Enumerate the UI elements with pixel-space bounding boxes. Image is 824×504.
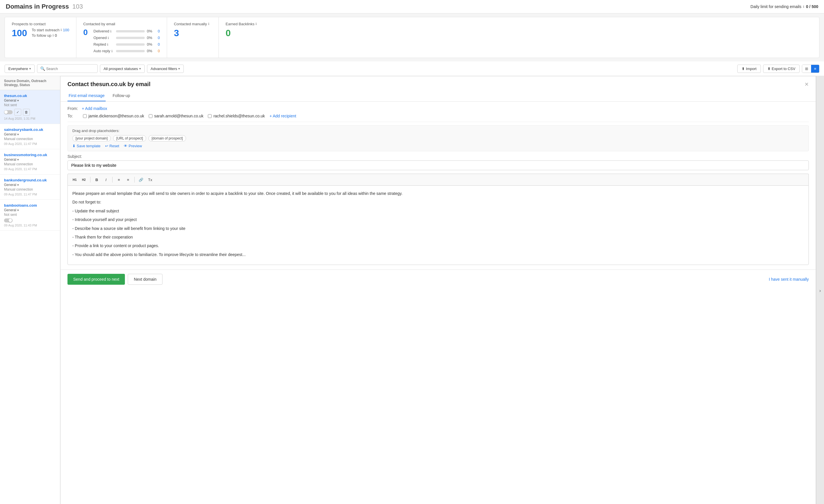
add-mailbox-link[interactable]: + Add mailbox (82, 106, 107, 111)
recipient-checkbox-2[interactable] (208, 114, 212, 118)
email-panel-header: Contact thesun.co.uk by email ✕ (61, 76, 816, 88)
autoreply-row: Auto reply ℹ 0% 0 (94, 49, 160, 53)
main-layout: Source Domain, Outreach Strategy, Status… (0, 76, 824, 504)
daily-limit: Daily limit for sending emails ℹ 0 / 500 (750, 4, 818, 9)
email-panel: Contact thesun.co.uk by email ✕ First em… (60, 76, 816, 504)
location-dropdown[interactable]: Everywhere ▾ (5, 65, 35, 73)
tab-first-email[interactable]: First email message (68, 91, 106, 101)
save-template-button[interactable]: ⬇ Save template (72, 144, 100, 148)
import-icon: ⬆ (742, 67, 745, 71)
tabs: First email message Follow-up (61, 91, 816, 102)
sidebar: Source Domain, Outreach Strategy, Status… (0, 76, 60, 504)
opened-row: Opened ℹ 0% 0 (94, 35, 160, 40)
sidebar-domain-2: businessmotoring.co.uk (4, 153, 56, 157)
chevron-down-icon: ▾ (178, 67, 180, 71)
scroll-arrow[interactable]: › (816, 76, 824, 504)
email-stat: Contacted by email 0 Delivered ℹ 0% 0 Op… (76, 17, 167, 58)
add-recipient-link[interactable]: + Add recipient (270, 114, 296, 118)
toggle-0[interactable] (4, 110, 13, 114)
recipient-checkbox-1[interactable] (149, 114, 152, 118)
filters-dropdown[interactable]: Advanced filters ▾ (147, 65, 184, 73)
subject-input[interactable] (68, 160, 809, 170)
next-domain-button[interactable]: Next domain (128, 274, 163, 285)
top-bar: Domains in Progress 103 Daily limit for … (0, 0, 824, 13)
page-title: Domains in Progress 103 (6, 3, 83, 10)
sidebar-domain-1: sainsburysbank.co.uk (4, 127, 56, 132)
sidebar-domain-3: bankunderground.co.uk (4, 178, 56, 182)
delete-btn-0[interactable]: 🗑 (23, 109, 30, 116)
subject-row: Subject: (68, 154, 809, 170)
status-dropdown[interactable]: All prospect statuses ▾ (100, 65, 145, 73)
replied-row: Replied ℹ 0% 0 (94, 42, 160, 46)
check-btn-0[interactable]: ✓ (14, 109, 21, 116)
h2-button[interactable]: H2 (80, 176, 88, 184)
toolbar: Everywhere ▾ 🔍 All prospect statuses ▾ A… (0, 61, 824, 76)
preview-button[interactable]: 👁 Preview (124, 144, 142, 148)
placeholder-chips: [your project domain] [URL of prospect] … (72, 135, 804, 141)
save-icon: ⬇ (72, 144, 76, 148)
sidebar-item-0[interactable]: thesun.co.uk General ▾ Not sent ✓ 🗑 14 A… (0, 90, 60, 124)
sidebar-item-4[interactable]: bambooloans.com General ▾ Not sent 09 Au… (0, 200, 60, 231)
footer-left: Send and proceed to next Next domain (68, 274, 163, 285)
h1-button[interactable]: H1 (71, 176, 79, 184)
export-button[interactable]: ⬆ Export to CSV (763, 65, 800, 73)
unordered-list-button[interactable]: ≡ (124, 176, 132, 184)
preview-icon: 👁 (124, 144, 127, 148)
sidebar-domain-4: bambooloans.com (4, 203, 56, 208)
placeholder-bar: Drag and drop placeholders: [your projec… (68, 125, 809, 151)
sidebar-item-1[interactable]: sainsburysbank.co.uk General ▾ Manual co… (0, 124, 60, 149)
reset-button[interactable]: ↩ Reset (105, 144, 119, 148)
email-form: From: + Add mailbox To: jamie.dickenson@… (61, 102, 816, 269)
clear-format-button[interactable]: Tx (146, 176, 154, 184)
recipient-2: rachel.shields@thesun.co.uk (208, 114, 265, 118)
backlinks-stat: Earned Backlinks ℹ 0 (219, 17, 819, 58)
toggle-4[interactable] (4, 219, 13, 223)
placeholder-chip-0[interactable]: [your project domain] (72, 135, 111, 141)
search-box: 🔍 (37, 64, 98, 73)
to-row: To: jamie.dickenson@thesun.co.uk sarah.a… (68, 114, 809, 118)
panel-footer: Send and proceed to next Next domain I h… (61, 269, 816, 289)
chevron-down-icon: ▾ (139, 67, 141, 71)
from-row: From: + Add mailbox (68, 106, 809, 111)
link-button[interactable]: 🔗 (137, 176, 145, 184)
recipient-0: jamie.dickenson@thesun.co.uk (83, 114, 144, 118)
editor: H1 H2 B I ≡ ≡ 🔗 Tx Please prepare an ema… (68, 174, 809, 265)
recipient-checkbox-0[interactable] (83, 114, 87, 118)
placeholder-chip-2[interactable]: [domain of prospect] (148, 135, 186, 141)
import-button[interactable]: ⬆ Import (737, 65, 761, 73)
grid-view-button[interactable]: ⊞ (802, 65, 811, 73)
list-view-button[interactable]: ≡ (811, 65, 819, 73)
manual-stat: Contacted manually ℹ 3 (167, 17, 219, 58)
sent-manually-link[interactable]: I have sent it manually (769, 277, 809, 281)
sidebar-item-2[interactable]: businessmotoring.co.uk General ▾ Manual … (0, 149, 60, 174)
recipient-1: sarah.arnold@thesun.co.uk (149, 114, 203, 118)
delivered-row: Delivered ℹ 0% 0 (94, 29, 160, 33)
prospects-stat: Prospects to contact 100 To start outrea… (5, 17, 76, 58)
editor-toolbar: H1 H2 B I ≡ ≡ 🔗 Tx (68, 174, 809, 185)
close-button[interactable]: ✕ (805, 81, 809, 88)
reset-icon: ↩ (105, 144, 108, 148)
tab-followup[interactable]: Follow-up (111, 91, 131, 101)
view-toggle: ⊞ ≡ (802, 65, 819, 73)
italic-button[interactable]: I (102, 176, 110, 184)
stats-bar: Prospects to contact 100 To start outrea… (5, 17, 819, 58)
email-panel-title: Contact thesun.co.uk by email (68, 81, 150, 88)
editor-content[interactable]: Please prepare an email template that yo… (68, 185, 809, 265)
search-icon: 🔍 (40, 66, 45, 71)
ordered-list-button[interactable]: ≡ (115, 176, 123, 184)
placeholder-chip-1[interactable]: [URL of prospect] (113, 135, 146, 141)
search-input[interactable] (46, 67, 94, 71)
sidebar-header: Source Domain, Outreach Strategy, Status (0, 76, 60, 90)
export-icon: ⬆ (767, 67, 770, 71)
send-proceed-button[interactable]: Send and proceed to next (68, 274, 125, 285)
chevron-down-icon: ▾ (29, 67, 31, 71)
sidebar-domain-0: thesun.co.uk (4, 94, 56, 98)
sidebar-item-3[interactable]: bankunderground.co.uk General ▾ Manual c… (0, 174, 60, 200)
bold-button[interactable]: B (93, 176, 101, 184)
action-row: ⬇ Save template ↩ Reset 👁 Preview (72, 144, 804, 148)
